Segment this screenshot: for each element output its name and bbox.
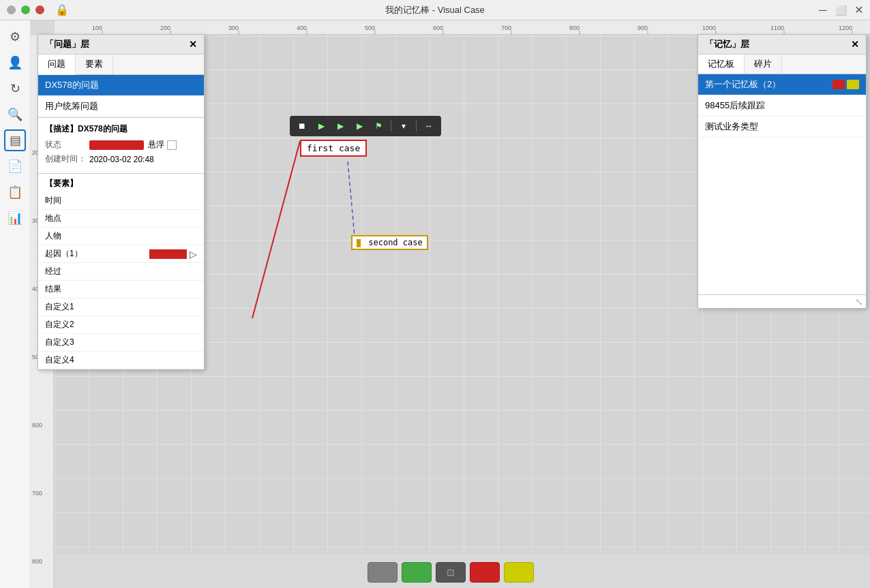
svg-text:1200: 1200 [839, 25, 852, 31]
rp-list-item-third[interactable]: 测试业务类型 [698, 117, 866, 138]
svg-text:800: 800 [32, 558, 42, 565]
case-second-card[interactable]: second case [351, 235, 428, 250]
rp-list-item-first[interactable]: 第一个记忆板（2） [698, 74, 866, 95]
desc-status-row: 状态 悬浮 [45, 139, 197, 151]
elements-title: 【要素】 [38, 174, 204, 192]
tab-memory-board[interactable]: 记忆板 [698, 55, 745, 74]
element-name-cause: 起因（1） [45, 248, 149, 260]
ftb-stretch-button[interactable]: ↔ [421, 119, 437, 134]
resize-handle-icon[interactable]: ⤡ [855, 296, 863, 307]
left-panel-list: DX578的问题 用户统筹问题 [38, 75, 204, 117]
svg-text:900: 900 [638, 25, 648, 31]
ftb-play1-button[interactable]: ▶ [313, 119, 329, 134]
tab-problem[interactable]: 问题 [38, 55, 76, 75]
svg-text:100: 100 [92, 25, 102, 31]
tab-fragments[interactable]: 碎片 [745, 55, 782, 74]
bt-gray-button[interactable] [368, 562, 397, 583]
bt-green-button[interactable] [402, 562, 432, 583]
ftb-flag-button[interactable]: ⚑ [370, 119, 387, 134]
rp-dot-yellow [847, 80, 859, 89]
cause-value-bar [149, 249, 187, 259]
lock-icon: 🔒 [55, 3, 69, 16]
element-row-person: 人物 [38, 228, 204, 245]
left-panel-elements: 【要素】 时间 地点 人物 起因（1） ▷ 经过 结果 自定义1 自定义2 自定… [38, 173, 204, 369]
traffic-dot-green[interactable] [21, 5, 30, 14]
rp-dot-red [832, 80, 845, 89]
svg-line-35 [348, 161, 355, 236]
titlebar-left: 🔒 [7, 3, 69, 16]
svg-text:600: 600 [32, 422, 42, 429]
svg-text:700: 700 [32, 490, 42, 497]
element-name-time: 时间 [45, 195, 197, 206]
maximize-button[interactable]: ⬜ [836, 5, 845, 15]
bt-yellow-button[interactable] [504, 562, 534, 583]
ftb-separator [391, 121, 391, 131]
titlebar: 🔒 我的记忆棒 - Visual Case ─ ⬜ ✕ [0, 0, 870, 20]
sidebar-icon-doc[interactable]: 📄 [4, 155, 26, 177]
sidebar-icon-user[interactable]: 👤 [4, 52, 26, 74]
ftb-stop-button[interactable]: ⏹ [294, 119, 310, 134]
sidebar-icon-settings[interactable]: ⚙ [4, 26, 26, 48]
svg-line-34 [252, 141, 300, 318]
ftb-play3-button[interactable]: ▶ [351, 119, 368, 134]
svg-text:400: 400 [297, 25, 307, 31]
cause-arrow-icon: ▷ [190, 249, 197, 260]
left-panel-title-text: 「问题」层 [45, 38, 89, 50]
element-name-person: 人物 [45, 230, 197, 242]
element-name-custom4: 自定义4 [45, 354, 197, 366]
floating-toolbar: ⏹ ▶ ▶ ▶ ⚑ ▾ ↔ [290, 116, 441, 136]
float-label: 悬浮 [148, 139, 164, 151]
float-checkbox[interactable] [167, 140, 177, 150]
sidebar-icon-chart[interactable]: 📊 [4, 207, 26, 229]
right-panel-list: 第一个记忆板（2） 98455后续跟踪 测试业务类型 [698, 74, 866, 138]
element-name-custom2: 自定义2 [45, 319, 197, 330]
element-name-process: 经过 [45, 266, 197, 277]
traffic-dot-red[interactable] [35, 5, 44, 14]
left-panel-close-icon[interactable]: ✕ [189, 39, 197, 50]
svg-text:1000: 1000 [702, 25, 716, 31]
sidebar-icon-search[interactable]: 🔍 [4, 104, 26, 125]
rp-item-first-dots [832, 80, 859, 89]
svg-text:300: 300 [228, 25, 239, 31]
right-panel-title-text: 「记忆」层 [705, 38, 749, 50]
bt-darkgray-button[interactable]: ⊡ [436, 562, 466, 583]
sidebar-icon-doc2[interactable]: 📋 [4, 181, 26, 203]
element-name-custom1: 自定义1 [45, 301, 197, 313]
right-panel-footer: ⤡ [698, 294, 866, 308]
element-name-custom3: 自定义3 [45, 337, 197, 348]
status-bar [89, 140, 144, 150]
app-title: 我的记忆棒 - Visual Case [385, 4, 485, 16]
rp-list-item-second[interactable]: 98455后续跟踪 [698, 95, 866, 117]
element-row-process: 经过 [38, 263, 204, 281]
element-name-place: 地点 [45, 213, 197, 224]
right-panel-title: 「记忆」层 ✕ [698, 35, 866, 55]
minimize-button[interactable]: ─ [818, 5, 828, 15]
bt-red-button[interactable] [470, 562, 500, 583]
element-row-place: 地点 [38, 210, 204, 228]
list-item-dx578[interactable]: DX578的问题 [38, 75, 204, 96]
case-first-card[interactable]: first case [300, 140, 367, 157]
element-row-cause: 起因（1） ▷ [38, 245, 204, 263]
case-first-label: first case [307, 143, 360, 153]
right-panel-close-icon[interactable]: ✕ [851, 39, 859, 50]
sidebar-icon-refresh[interactable]: ↻ [4, 78, 26, 99]
ftb-dropdown-button[interactable]: ▾ [395, 119, 412, 134]
sidebar-icon-layers[interactable]: ▤ [4, 129, 26, 151]
right-panel-content [698, 138, 866, 294]
svg-text:800: 800 [569, 25, 580, 31]
element-row-custom4: 自定义4 [38, 352, 204, 369]
desc-title: 【描述】DX578的问题 [45, 123, 197, 135]
rp-item-first-label: 第一个记忆板（2） [705, 78, 781, 91]
list-item-user[interactable]: 用户统筹问题 [38, 96, 204, 117]
element-name-result: 结果 [45, 283, 197, 295]
tab-elements[interactable]: 要素 [76, 55, 113, 74]
ftb-play2-button[interactable]: ▶ [332, 119, 348, 134]
close-button[interactable]: ✕ [854, 5, 863, 15]
case-second-label: second case [368, 238, 422, 247]
bottom-toolbar: ⊡ [368, 562, 534, 583]
left-panel: 「问题」层 ✕ 问题 要素 DX578的问题 用户统筹问题 【描述】DX578的… [38, 34, 205, 370]
traffic-dot-gray[interactable] [7, 5, 16, 14]
rp-item-third-label: 测试业务类型 [705, 121, 758, 133]
status-label: 状态 [45, 139, 89, 151]
created-label: 创建时间： [45, 153, 89, 165]
